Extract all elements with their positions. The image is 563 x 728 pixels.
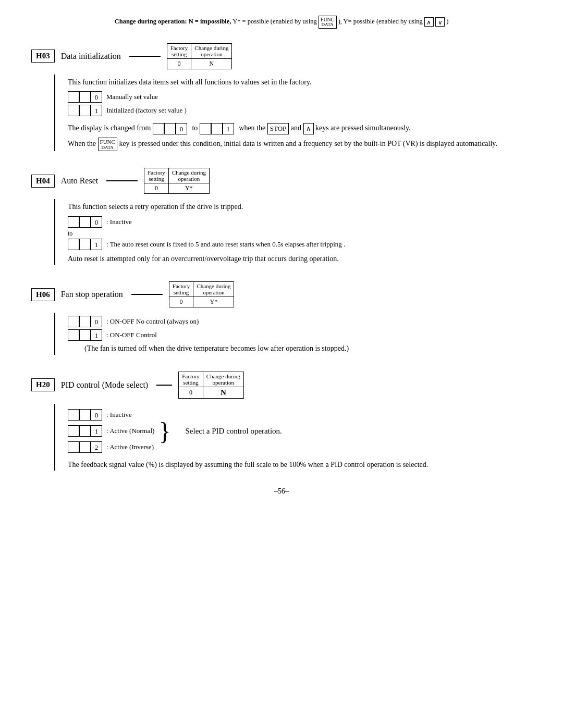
section-h06-body: 0 : ON-OFF No control (always on) 1 : ON… xyxy=(54,313,532,354)
dash-line-h20 xyxy=(156,385,172,386)
fc-factory-val-h04: 0 xyxy=(144,183,169,194)
h03-item-0: 0 Manually set value xyxy=(68,91,532,103)
h20-item-0-label: : Inactive xyxy=(106,411,132,419)
h03-box-1-a xyxy=(68,105,79,116)
h04-item-1: 1 : The auto reset count is fixed to 5 a… xyxy=(68,239,532,250)
h03-func-note: When the FUNCDATA key is pressed under t… xyxy=(68,138,532,151)
func-data-box: FUNCDATA xyxy=(319,16,337,29)
h03-display-change: The display is changed from 0 to 1 when … xyxy=(68,122,532,134)
h04-item-0: 0 : Inactive xyxy=(68,216,532,228)
h06-boxes-1: 1 xyxy=(68,329,102,341)
h04-box-0-c: 0 xyxy=(91,216,102,228)
header-bold: Change during operation: N = impossible, xyxy=(115,18,231,25)
fc-change-label: Change duringoperation xyxy=(191,43,232,58)
h03-boxes-1: 1 xyxy=(68,105,102,116)
fc-factory-label-h04: Factorysetting xyxy=(144,168,169,183)
section-h20-title: PID control (Mode select) xyxy=(61,380,149,390)
h20-box-2-a xyxy=(68,441,79,453)
h04-extra-note: Auto reset is attempted only for an over… xyxy=(68,253,532,265)
h06-extra-note: (The fan is turned off when the drive te… xyxy=(84,343,532,354)
h20-box-1-c: 1 xyxy=(91,425,102,437)
h20-boxes-1: 1 xyxy=(68,425,102,437)
h04-boxes-1: 1 xyxy=(68,239,102,250)
h04-box-1-b xyxy=(79,239,91,250)
h06-boxes-0: 0 xyxy=(68,316,102,327)
section-h20-body: 0 : Inactive 1 : Active (Normal) xyxy=(54,404,532,471)
h20-boxes-2: 2 xyxy=(68,441,102,453)
dash-line-h06 xyxy=(131,294,163,295)
func-data-inline: FUNCDATA xyxy=(98,138,117,151)
up-key: ∧ xyxy=(303,123,314,135)
fc-factory-label-h20: Factorysetting xyxy=(179,372,203,387)
fc-change-label-h20: Change duringoperation xyxy=(203,372,243,387)
dash-line-h03 xyxy=(129,56,161,57)
arrow-down-key: ∨ xyxy=(435,17,445,27)
fc-table-h03: Factorysetting Change duringoperation 0 … xyxy=(167,43,232,69)
h20-box-0-b xyxy=(79,409,91,421)
code-h03: H03 xyxy=(31,50,55,63)
h20-brace-symbol: } xyxy=(158,419,170,444)
h20-box-0-c: 0 xyxy=(91,409,102,421)
section-h03: H03 Data initialization Factorysetting C… xyxy=(31,43,532,152)
fc-factory-val-h20: 0 xyxy=(179,387,203,398)
fc-change-val-h06: Y* xyxy=(193,297,234,307)
h20-box-1-a xyxy=(68,425,79,437)
h06-item-0-label: : ON-OFF No control (always on) xyxy=(106,317,199,326)
h03-item-1: 1 Initialized (factory set value ) xyxy=(68,105,532,116)
section-h03-header: H03 Data initialization Factorysetting C… xyxy=(31,43,532,69)
h03-from-boxes: 0 xyxy=(153,123,187,134)
dash-line-h04 xyxy=(106,180,138,181)
h04-box-0-a xyxy=(68,216,79,228)
fc-factory-val-h03: 0 xyxy=(167,58,191,69)
h06-item-1: 1 : ON-OFF Control xyxy=(68,329,532,341)
h04-to-label: to xyxy=(68,230,532,238)
h06-box-1-c: 1 xyxy=(91,329,102,341)
h04-box-1-c: 1 xyxy=(91,239,102,250)
h20-box-0-a xyxy=(68,409,79,421)
h20-footer-note: The feedback signal value (%) is display… xyxy=(68,459,532,471)
h03-box-0-a xyxy=(68,91,79,103)
section-h03-title: Data initialization xyxy=(61,52,121,61)
h20-brace-items: 0 : Inactive 1 : Active (Normal) xyxy=(68,408,154,455)
code-h06: H06 xyxy=(31,288,55,301)
h03-box-1-b xyxy=(79,105,91,116)
h20-box-1-b xyxy=(79,425,91,437)
h03-box-1-c: 1 xyxy=(91,105,102,116)
section-h06: H06 Fan stop operation Factorysetting Ch… xyxy=(31,281,532,354)
arrow-up-key: ∧ xyxy=(424,17,434,27)
fc-factory-val-h06: 0 xyxy=(169,297,193,307)
fc-change-label-h06: Change duringoperation xyxy=(193,282,234,297)
h20-item-2-label: : Active (Inverse) xyxy=(106,443,154,451)
h20-item-1: 1 : Active (Normal) xyxy=(68,425,154,437)
h06-item-1-label: : ON-OFF Control xyxy=(106,331,157,339)
section-h20-header: H20 PID control (Mode select) Factoryset… xyxy=(31,372,532,399)
h04-item-0-label: : Inactive xyxy=(106,218,132,226)
code-h20: H20 xyxy=(31,378,55,391)
h06-box-0-a xyxy=(68,316,79,327)
header-note: Change during operation: N = impossible,… xyxy=(31,16,532,29)
h03-item-1-label: Initialized (factory set value ) xyxy=(106,106,187,115)
section-h04: H04 Auto Reset Factorysetting Change dur… xyxy=(31,168,532,265)
section-h04-title: Auto Reset xyxy=(61,176,99,186)
h06-box-0-c: 0 xyxy=(91,316,102,327)
h20-item-1-label: : Active (Normal) xyxy=(106,427,154,435)
h03-box-0-c: 0 xyxy=(91,91,102,103)
h20-brace-container: } Select a PID control operation. xyxy=(158,419,282,444)
h03-box-0-b xyxy=(79,91,91,103)
h04-boxes-0: 0 xyxy=(68,216,102,228)
h20-item-2: 2 : Active (Inverse) xyxy=(68,441,154,453)
section-h03-body: This function initializes data items set… xyxy=(54,75,532,152)
h20-boxes-0: 0 xyxy=(68,409,102,421)
h04-description: This function selects a retry operation … xyxy=(68,201,532,213)
stop-key: STOP xyxy=(267,123,289,135)
h03-from-c: 0 xyxy=(176,123,187,134)
fc-table-h06: Factorysetting Change duringoperation 0 … xyxy=(169,281,235,307)
h04-box-0-b xyxy=(79,216,91,228)
h04-item-1-label: : The auto reset count is fixed to 5 and… xyxy=(106,240,345,249)
h03-item-0-label: Manually set value xyxy=(106,93,158,101)
fc-factory-label: Factorysetting xyxy=(167,43,191,58)
h03-from-a xyxy=(153,123,164,134)
section-h04-body: This function selects a retry operation … xyxy=(54,199,532,265)
fc-table-h20: Factorysetting Change duringoperation 0 … xyxy=(178,372,244,399)
h20-brace-label: Select a PID control operation. xyxy=(185,427,282,436)
